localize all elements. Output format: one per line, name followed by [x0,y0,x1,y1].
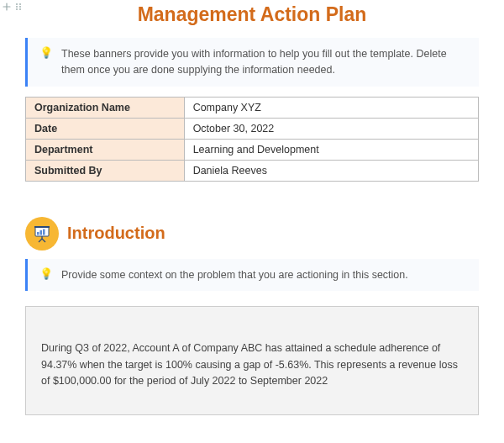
drag-handle[interactable] [13,2,24,12]
svg-rect-7 [34,226,50,228]
section-body-box[interactable]: During Q3 of 2022, Account A of Company … [25,306,479,415]
lightbulb-icon: 💡 [39,267,53,283]
section-title[interactable]: Introduction [67,224,165,243]
cell-label[interactable]: Department [26,139,185,160]
svg-point-1 [19,3,21,5]
svg-rect-9 [40,230,43,235]
cell-value[interactable]: Daniela Reeves [184,160,478,181]
svg-point-0 [16,3,18,5]
info-banner-section[interactable]: 💡 Provide some context on the problem th… [25,259,479,292]
table-row: Department Learning and Development [26,139,479,160]
cell-value[interactable]: Company XYZ [184,97,478,118]
drag-dots-icon [14,3,23,11]
block-toolbar [2,2,24,12]
lightbulb-icon: 💡 [39,46,53,78]
cell-value[interactable]: October 30, 2022 [184,118,478,139]
cell-label[interactable]: Date [26,118,185,139]
section-header: Introduction [25,217,479,251]
svg-line-13 [42,239,45,242]
info-banner-top-text: These banners provide you with informati… [61,46,467,78]
svg-rect-10 [43,229,45,235]
presentation-icon [25,217,59,251]
table-row: Organization Name Company XYZ [26,97,479,118]
info-banner-section-text: Provide some context on the problem that… [61,267,408,283]
table-row: Date October 30, 2022 [26,118,479,139]
svg-rect-8 [37,232,39,235]
svg-point-4 [16,8,18,10]
add-block-button[interactable] [2,2,12,12]
document-body: Management Action Plan 💡 These banners p… [0,0,504,432]
page-title[interactable]: Management Action Plan [25,0,479,38]
svg-point-3 [19,6,21,8]
table-row: Submitted By Daniela Reeves [26,160,479,181]
plus-icon [3,3,11,11]
svg-point-2 [16,6,18,8]
cell-value[interactable]: Learning and Development [184,139,478,160]
cell-label[interactable]: Submitted By [26,160,185,181]
details-table[interactable]: Organization Name Company XYZ Date Octob… [25,97,479,182]
info-banner-top[interactable]: 💡 These banners provide you with informa… [25,38,479,87]
svg-line-12 [39,239,42,242]
section-body-text: During Q3 of 2022, Account A of Company … [41,342,458,387]
cell-label[interactable]: Organization Name [26,97,185,118]
svg-point-5 [19,8,21,10]
